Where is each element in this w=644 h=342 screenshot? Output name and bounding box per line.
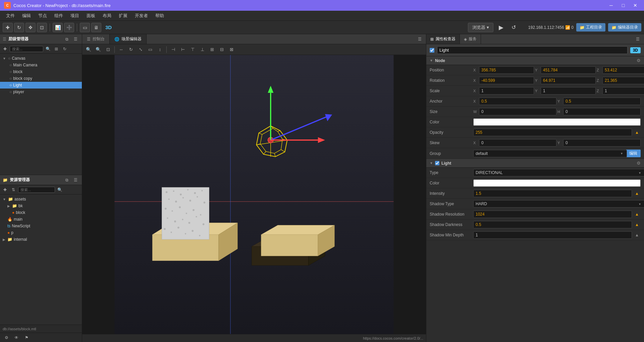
maximize-button[interactable]: □ — [619, 2, 628, 9]
tab-properties[interactable]: ⊞ 属性检查器 — [426, 34, 460, 44]
asset-flag-icon[interactable]: ⚑ — [23, 334, 30, 341]
hierarchy-item-canvas[interactable]: ▼ ○ Canvas — [0, 55, 82, 62]
rect-scene-button[interactable]: ▭ — [146, 46, 155, 54]
hierarchy-item-main-camera[interactable]: ○ Main Camera — [0, 62, 82, 68]
size-w-input[interactable] — [479, 108, 556, 115]
position-z-input[interactable] — [602, 66, 644, 74]
light-section-checkbox[interactable] — [435, 161, 439, 165]
hierarchy-copy-icon[interactable]: ⧉ — [63, 36, 70, 43]
asset-item-bk[interactable]: ▶ 📁 bk — [0, 203, 82, 209]
skew-x-input[interactable] — [479, 139, 556, 147]
zoom-in-button[interactable]: 🔍 — [94, 46, 103, 54]
asset-item-p[interactable]: ● p — [0, 229, 82, 236]
scale-scene-button[interactable]: ⤡ — [136, 46, 145, 54]
scale-y-input[interactable] — [541, 87, 596, 95]
position-y-input[interactable] — [541, 66, 596, 74]
scale-z-input[interactable] — [602, 87, 644, 95]
distribute-h-button[interactable]: ⊟ — [217, 46, 226, 54]
shadow-min-depth-up-btn[interactable]: ▲ — [633, 231, 641, 239]
light-type-select[interactable]: DIRECTIONAL POINT SPOT — [473, 169, 644, 176]
browser-button[interactable]: 浏览器 ▾ — [468, 23, 493, 32]
inspector-menu-icon[interactable]: ☰ — [634, 36, 641, 43]
hierarchy-item-block-copy[interactable]: ○ block copy — [0, 75, 82, 82]
menu-node[interactable]: 节点 — [35, 11, 50, 20]
menu-layout[interactable]: 布局 — [99, 11, 115, 20]
shadow-darkness-up-btn[interactable]: ▲ — [633, 221, 641, 228]
menu-help[interactable]: 帮助 — [152, 11, 167, 20]
scene-close-icon[interactable]: ☰ — [416, 36, 423, 43]
asset-sort-button[interactable]: ⇅ — [10, 186, 17, 193]
scene-viewport[interactable]: 使用鼠标右键旋转视角，使用滚轮缩放视图 — [82, 55, 426, 334]
asset-item-internal[interactable]: ▶ 📁 internal — [0, 236, 82, 243]
menu-extend[interactable]: 扩展 — [115, 11, 131, 20]
hierarchy-expand-button[interactable]: ⊞ — [53, 45, 60, 53]
group-select[interactable]: default — [473, 150, 627, 157]
align-right-button[interactable]: ⊤ — [188, 46, 197, 54]
light-section-header[interactable]: ▼ Light ⚙ — [426, 159, 644, 168]
distribute-v-button[interactable]: ⊠ — [227, 46, 236, 54]
chart-button[interactable]: 📊 — [53, 23, 63, 32]
position-x-input[interactable] — [479, 66, 534, 74]
opacity-input[interactable] — [473, 129, 632, 136]
asset-search-input[interactable] — [18, 187, 55, 193]
align-left-button[interactable]: ⊣ — [169, 46, 177, 54]
tab-scene-editor[interactable]: 🌐 场景编辑器 — [110, 34, 147, 44]
group-edit-button[interactable]: 编辑 — [626, 150, 641, 157]
hierarchy-menu-icon[interactable]: ☰ — [72, 36, 79, 43]
asset-menu-icon[interactable]: ☰ — [72, 176, 79, 184]
tab-services[interactable]: ◈ 服务 — [460, 34, 481, 44]
light-section-gear-icon[interactable]: ⚙ — [637, 161, 641, 166]
menu-developer[interactable]: 开发者 — [131, 11, 151, 20]
editor-dir-button[interactable]: 📁 编辑器目录 — [608, 23, 641, 32]
intensity-up-btn[interactable]: ▲ — [633, 190, 641, 197]
node-section-header[interactable]: ▼ Node ⚙ — [426, 56, 644, 65]
move-button[interactable]: ✥ — [25, 23, 36, 32]
menu-project[interactable]: 项目 — [67, 11, 83, 20]
add-button[interactable]: ✚ — [3, 23, 13, 32]
asset-add-button[interactable]: ✚ — [1, 186, 9, 193]
screen-button[interactable]: 🖥 — [91, 23, 101, 32]
rotate-scene-button[interactable]: ↻ — [126, 46, 135, 54]
hierarchy-refresh-button[interactable]: ↻ — [61, 45, 68, 53]
align-bottom-button[interactable]: ⊞ — [208, 46, 216, 54]
hierarchy-add-button[interactable]: ✚ — [1, 45, 9, 53]
shadow-type-select[interactable]: NONE HARD SOFT — [473, 200, 644, 208]
tab-console[interactable]: ☰ 控制台 — [82, 34, 110, 44]
refresh-button[interactable]: ↻ — [14, 23, 24, 32]
asset-copy-icon[interactable]: ⧉ — [63, 176, 70, 184]
node-section-gear-icon[interactable]: ⚙ — [637, 58, 641, 63]
minimize-button[interactable]: ─ — [606, 2, 616, 9]
intensity-input[interactable] — [473, 190, 632, 197]
asset-item-main[interactable]: 🔥 main — [0, 216, 82, 223]
3d-toggle-button[interactable]: 3D — [103, 23, 114, 32]
rotation-y-input[interactable] — [541, 77, 596, 84]
scale-x-input[interactable] — [479, 87, 534, 95]
plus-button[interactable]: ➕ — [64, 23, 74, 32]
move2-scene-button[interactable]: ↕ — [156, 46, 164, 54]
rotation-x-input[interactable] — [479, 77, 534, 84]
menu-file[interactable]: 文件 — [3, 11, 18, 20]
node-active-checkbox[interactable] — [430, 48, 434, 53]
zoom-out-button[interactable]: 🔍 — [84, 46, 93, 54]
asset-item-block[interactable]: ● block — [0, 209, 82, 216]
asset-item-newscript[interactable]: ts NewScript — [0, 223, 82, 229]
move-scene-button[interactable]: ↔ — [117, 46, 125, 54]
hierarchy-item-light[interactable]: ○ Light — [0, 82, 82, 89]
anchor-x-input[interactable] — [479, 98, 556, 105]
rect-button[interactable]: ⊡ — [37, 23, 47, 32]
light-color-swatch[interactable] — [473, 179, 641, 187]
size-h-input[interactable] — [563, 108, 641, 115]
node-color-swatch[interactable] — [473, 118, 641, 126]
shadow-min-depth-input[interactable] — [473, 231, 632, 239]
shadow-resolution-input[interactable] — [473, 211, 632, 218]
hierarchy-item-player[interactable]: ○ player — [0, 89, 82, 95]
node-name-input[interactable] — [437, 46, 628, 54]
hierarchy-item-block[interactable]: ○ block — [0, 68, 82, 75]
zoom-fit-button[interactable]: ⊡ — [104, 46, 112, 54]
asset-item-assets[interactable]: ▼ 📁 assets — [0, 196, 82, 203]
hierarchy-search-input[interactable] — [10, 46, 43, 52]
scene-refresh-button[interactable]: ↺ — [509, 23, 519, 32]
anchor-y-input[interactable] — [563, 98, 641, 105]
hierarchy-search-button[interactable]: 🔍 — [44, 45, 52, 53]
asset-settings-icon[interactable]: ⚙ — [3, 334, 10, 341]
